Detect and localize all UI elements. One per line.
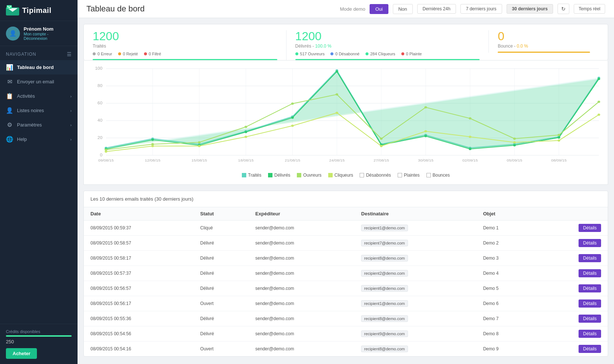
svg-text:0: 0	[100, 153, 103, 157]
stat-delivres-underline	[295, 59, 480, 60]
svg-text:21/08/15: 21/08/15	[285, 159, 301, 162]
cell-date: 08/09/2015 00:58:57	[84, 236, 193, 251]
svg-point-56	[336, 93, 338, 96]
sidebar: Tipimail 👤 Prénom Nom Mon compte - Décon…	[0, 0, 78, 364]
time-7days-button[interactable]: 7 derniers jours	[460, 4, 502, 14]
stat-bounce-label: Bounce - 0.0 %	[498, 44, 590, 49]
legend-delivres[interactable]: Délivrés	[268, 173, 290, 178]
cell-actions: Détails	[535, 251, 608, 266]
detail-button[interactable]: Détails	[579, 254, 601, 262]
user-name: Prénom Nom	[24, 26, 72, 32]
svg-text:30/08/15: 30/08/15	[418, 159, 434, 162]
legend-plaintes[interactable]: Plaintes	[398, 173, 420, 178]
cell-destinataire: recipient8@demo.com	[354, 311, 476, 326]
svg-point-74	[597, 114, 600, 116]
cell-destinataire: recipient8@demo.com	[354, 251, 476, 266]
legend-label-desabonnes: Désabonnés	[366, 173, 391, 178]
svg-text:100: 100	[95, 66, 102, 70]
sidebar-item-label: Tableau de bord	[17, 65, 72, 70]
sidebar-item-dashboard[interactable]: 📊 Tableau de bord	[0, 60, 78, 74]
cell-actions: Détails	[535, 221, 608, 236]
cell-date: 08/09/2015 00:59:37	[84, 221, 193, 236]
legend-label-cliqueurs: Cliqueurs	[335, 173, 353, 178]
svg-text:09/08/15: 09/08/15	[98, 159, 114, 162]
mode-oui-button[interactable]: Oui	[370, 4, 388, 14]
settings-icon: ⚙	[6, 121, 13, 128]
cell-objet: Demo 9	[476, 342, 535, 357]
dot-green	[295, 52, 298, 55]
cell-actions: Détails	[535, 236, 608, 251]
detail-button[interactable]: Détails	[579, 345, 601, 353]
cell-objet: Demo 4	[476, 266, 535, 281]
emails-table: Date Statut Expéditeur Destinataire Obje…	[84, 207, 608, 356]
cell-objet: Demo 1	[476, 221, 535, 236]
detail-button[interactable]: Détails	[579, 239, 601, 247]
svg-point-68	[336, 112, 338, 114]
sidebar-item-settings[interactable]: ⚙ Paramètres ›	[0, 118, 78, 132]
svg-point-60	[513, 138, 516, 140]
cell-date: 08/09/2015 00:58:17	[84, 251, 193, 266]
nav-menu-icon[interactable]: ☰	[67, 51, 72, 57]
col-expediteur: Expéditeur	[249, 207, 355, 221]
table-title: Les 10 derniers emails traités (30 derni…	[84, 191, 608, 207]
legend-box-ouvreurs	[297, 173, 301, 177]
sidebar-item-help[interactable]: 🌐 Help ›	[0, 132, 78, 146]
cell-destinataire: recipient1@demo.com	[354, 221, 476, 236]
table-row: 08/09/2015 00:57:37 Délivré sender@demo.…	[84, 266, 608, 281]
legend-cliqueurs[interactable]: Cliqueurs	[328, 173, 353, 178]
cell-statut: Délivré	[193, 326, 248, 342]
mode-non-button[interactable]: Non	[393, 4, 413, 14]
svg-point-46	[424, 135, 427, 137]
svg-point-55	[291, 103, 294, 105]
svg-text:18/08/15: 18/08/15	[238, 159, 254, 162]
detail-button[interactable]: Détails	[579, 299, 601, 308]
sidebar-item-blacklists[interactable]: 👤 Listes noires ›	[0, 103, 78, 118]
legend-desabonnes[interactable]: Désabonnés	[360, 173, 391, 178]
legend-label-traites: Traités	[248, 173, 261, 178]
legend-ouvreurs[interactable]: Ouvreurs	[297, 173, 321, 178]
realtime-button[interactable]: Temps réel	[574, 4, 605, 14]
svg-point-50	[597, 78, 600, 80]
refresh-button[interactable]: ↻	[558, 4, 569, 14]
svg-text:20: 20	[97, 136, 102, 140]
time-30days-button[interactable]: 30 derniers jours	[507, 4, 553, 14]
time-24h-button[interactable]: Dernières 24h	[417, 4, 456, 14]
nav-header: Navigation ☰	[0, 46, 78, 60]
legend-label-plaintes: Plaintes	[404, 173, 420, 178]
legend-traites[interactable]: Traités	[242, 173, 261, 178]
stat-traites-underline	[93, 59, 277, 60]
table-row: 08/09/2015 00:54:56 Délivré sender@demo.…	[84, 326, 608, 342]
legend-bounces[interactable]: Bounces	[426, 173, 450, 178]
svg-point-57	[380, 138, 383, 140]
stat-ouvreurs: 517 Ouvreurs	[295, 52, 325, 56]
buy-button[interactable]: Acheter	[6, 348, 37, 359]
svg-point-69	[380, 145, 383, 147]
sidebar-item-activities[interactable]: 📋 Activités ›	[0, 89, 78, 103]
cell-objet: Demo 6	[476, 296, 535, 311]
legend-label-bounces: Bounces	[433, 173, 450, 178]
col-statut: Statut	[193, 207, 248, 221]
stat-filtre: 0 Filtré	[144, 52, 161, 56]
dot-green2	[366, 52, 368, 55]
detail-button[interactable]: Détails	[579, 224, 601, 232]
detail-button[interactable]: Détails	[579, 284, 601, 292]
cell-expediteur: sender@demo.com	[249, 281, 355, 296]
avatar: 👤	[6, 27, 20, 41]
svg-point-72	[513, 141, 516, 143]
cell-expediteur: sender@demo.com	[249, 326, 355, 342]
cell-date: 08/09/2015 00:54:16	[84, 342, 193, 357]
cell-objet: Demo 3	[476, 251, 535, 266]
svg-point-71	[469, 136, 471, 138]
table-row: 08/09/2015 00:54:16 Ouvert sender@demo.c…	[84, 342, 608, 357]
cell-date: 08/09/2015 00:56:57	[84, 281, 193, 296]
cell-objet: Demo 8	[476, 326, 535, 342]
detail-button[interactable]: Détails	[579, 269, 601, 277]
sidebar-item-send-email[interactable]: ✉ Envoyer un email	[0, 74, 78, 89]
user-account-link[interactable]: Mon compte - Déconnexion	[24, 32, 72, 41]
chart-legend: Traités Délivrés Ouvreurs Cliqueurs Désa…	[88, 170, 603, 181]
cell-objet: Demo 2	[476, 236, 535, 251]
dot-gray	[93, 52, 96, 55]
cell-statut: Délivré	[193, 251, 248, 266]
detail-button[interactable]: Détails	[579, 315, 601, 323]
detail-button[interactable]: Détails	[579, 330, 601, 338]
